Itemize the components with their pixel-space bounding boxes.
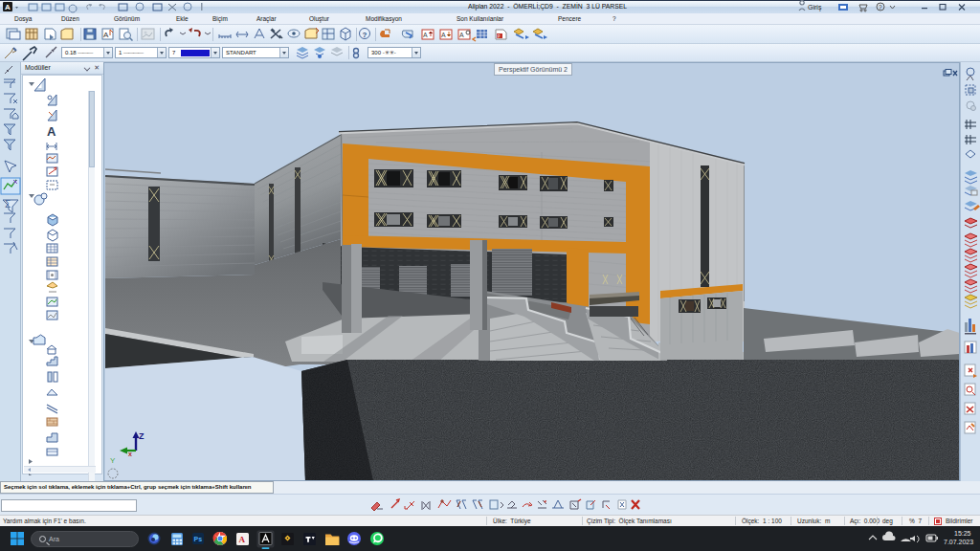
svg-text:Y: Y xyxy=(110,456,116,465)
svg-text:?: ? xyxy=(363,31,368,39)
svg-text:P: P xyxy=(498,34,501,39)
svg-text:A: A xyxy=(103,31,109,39)
svg-text:15:25: 15:25 xyxy=(954,530,971,537)
svg-text:x: x xyxy=(128,451,132,457)
svg-text:A: A xyxy=(5,3,11,11)
svg-text:?: ? xyxy=(879,4,882,11)
svg-text:Ps: Ps xyxy=(194,536,203,542)
svg-text:A: A xyxy=(47,124,56,139)
svg-text:A: A xyxy=(441,32,446,38)
svg-text:Giriş: Giriş xyxy=(808,4,822,11)
svg-text:A: A xyxy=(239,535,246,544)
svg-text:A: A xyxy=(423,32,428,38)
svg-text:A: A xyxy=(459,32,464,38)
svg-text:7.07.2023: 7.07.2023 xyxy=(944,539,973,545)
svg-text:Σ: Σ xyxy=(5,199,11,209)
svg-text:Z: Z xyxy=(139,431,145,441)
